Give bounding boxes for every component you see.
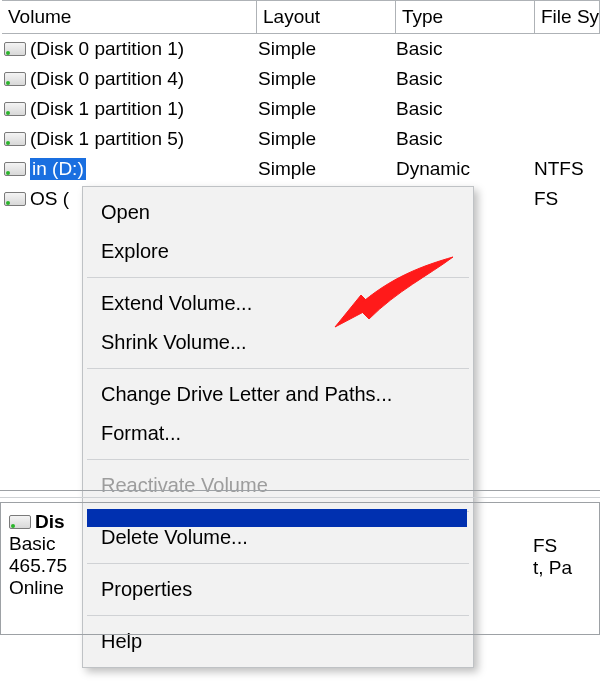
volume-fs: NTFS: [528, 158, 600, 180]
drive-icon: [4, 72, 24, 86]
menu-item[interactable]: Open: [83, 193, 473, 232]
disk-type: Basic: [9, 533, 91, 555]
volume-layout: Simple: [252, 68, 390, 90]
menu-separator: [87, 368, 469, 369]
col-header-layout[interactable]: Layout: [257, 1, 396, 33]
volume-layout: Simple: [252, 38, 390, 60]
volume-name: (Disk 1 partition 5): [30, 128, 184, 150]
volume-fs: FS: [528, 188, 600, 210]
volume-type: Basic: [390, 68, 528, 90]
table-row[interactable]: (Disk 0 partition 4)SimpleBasic: [2, 64, 600, 94]
menu-separator: [87, 277, 469, 278]
volume-name: (Disk 0 partition 4): [30, 68, 184, 90]
drive-icon: [4, 102, 24, 116]
menu-item[interactable]: Shrink Volume...: [83, 323, 473, 362]
menu-item: Reactivate Volume: [83, 466, 473, 505]
drive-icon: [4, 192, 24, 206]
volume-type: Dynamic: [390, 158, 528, 180]
volume-name: OS (: [30, 188, 69, 210]
table-row[interactable]: (Disk 0 partition 1)SimpleBasic: [2, 34, 600, 64]
menu-separator: [87, 459, 469, 460]
disk-title: Dis: [35, 511, 65, 533]
volume-type: Basic: [390, 128, 528, 150]
volume-name: in (D:): [30, 158, 86, 180]
col-header-fs[interactable]: File Sys: [535, 1, 600, 33]
menu-item[interactable]: Change Drive Letter and Paths...: [83, 375, 473, 414]
drive-icon: [4, 132, 24, 146]
menu-item[interactable]: Explore: [83, 232, 473, 271]
volume-type: Basic: [390, 38, 528, 60]
col-header-volume[interactable]: Volume: [2, 1, 257, 33]
table-row[interactable]: (Disk 1 partition 5)SimpleBasic: [2, 124, 600, 154]
panel-separator: [0, 490, 600, 498]
volume-table-header: Volume Layout Type File Sys: [2, 0, 600, 34]
disk-partition-note: t, Pa: [533, 557, 593, 579]
table-row[interactable]: in (D:)SimpleDynamicNTFS: [2, 154, 600, 184]
disk-icon: [9, 515, 29, 529]
disk-partition-info: FS t, Pa: [527, 509, 599, 638]
volume-type: Basic: [390, 98, 528, 120]
volume-name: (Disk 1 partition 1): [30, 98, 184, 120]
volume-layout: Simple: [252, 98, 390, 120]
table-row[interactable]: (Disk 1 partition 1)SimpleBasic: [2, 94, 600, 124]
col-header-type[interactable]: Type: [396, 1, 535, 33]
disk-status: Online: [9, 577, 91, 599]
menu-item[interactable]: Format...: [83, 414, 473, 453]
volume-layout: Simple: [252, 128, 390, 150]
volume-name: (Disk 0 partition 1): [30, 38, 184, 60]
volume-table: Volume Layout Type File Sys (Disk 0 part…: [2, 0, 600, 214]
menu-item[interactable]: Extend Volume...: [83, 284, 473, 323]
volume-layout: Simple: [252, 158, 390, 180]
disk-size: 465.75: [9, 555, 91, 577]
disk-panel: Dis Basic 465.75 Online FS t, Pa: [0, 502, 600, 635]
drive-icon: [4, 42, 24, 56]
disk-summary: Dis Basic 465.75 Online: [1, 503, 91, 642]
disk-partition-bar[interactable]: [87, 509, 467, 527]
drive-icon: [4, 162, 24, 176]
disk-partition-fs: FS: [533, 535, 593, 557]
